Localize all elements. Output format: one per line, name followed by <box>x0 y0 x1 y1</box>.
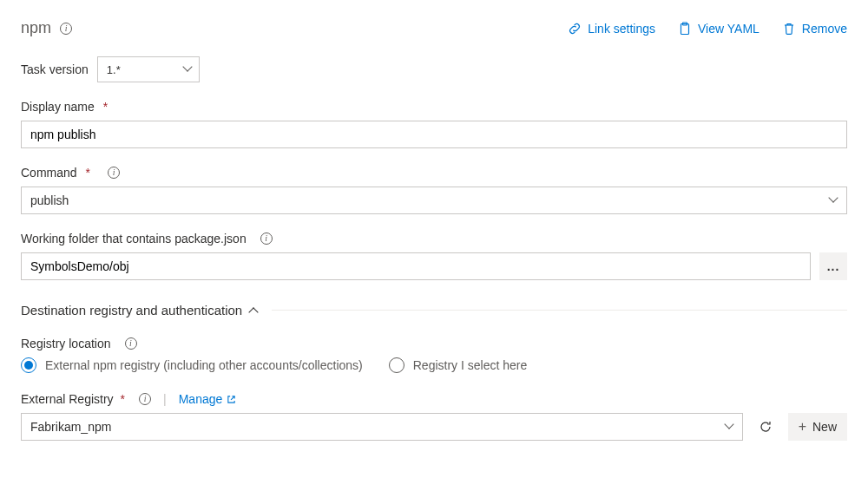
working-folder-input[interactable] <box>21 252 811 280</box>
radio-icon <box>389 357 404 373</box>
refresh-button[interactable] <box>752 413 779 441</box>
command-label: Command <box>21 166 77 180</box>
view-yaml-button[interactable]: View YAML <box>678 22 760 36</box>
radio-external-registry[interactable]: External npm registry (including other a… <box>21 357 363 373</box>
info-icon[interactable]: i <box>125 337 137 350</box>
header: npm i Link settings <box>21 19 847 37</box>
info-icon[interactable]: i <box>108 167 120 179</box>
display-name-input[interactable] <box>21 121 847 148</box>
section-title: Destination registry and authentication <box>21 303 242 318</box>
registry-location-radio-group: External npm registry (including other a… <box>21 357 847 373</box>
external-registry-label: External Registry <box>21 392 114 406</box>
clipboard-icon <box>678 22 692 36</box>
chevron-down-icon <box>183 65 192 74</box>
display-name-label: Display name <box>21 100 95 114</box>
section-header[interactable]: Destination registry and authentication <box>21 303 847 318</box>
header-actions: Link settings View YAML <box>568 22 847 36</box>
manage-link[interactable]: Manage <box>179 392 237 406</box>
info-icon[interactable]: i <box>60 23 72 35</box>
radio-icon <box>21 357 36 373</box>
plus-icon: + <box>799 420 806 434</box>
required-indicator: * <box>103 100 108 114</box>
info-icon[interactable]: i <box>260 232 273 245</box>
registry-location-label: Registry location <box>21 337 111 350</box>
required-indicator: * <box>86 166 90 180</box>
info-icon[interactable]: i <box>139 393 151 405</box>
radio-registry-select-here[interactable]: Registry I select here <box>389 357 528 373</box>
trash-icon <box>782 22 796 36</box>
chevron-down-icon <box>829 196 838 205</box>
divider <box>272 310 847 311</box>
remove-button[interactable]: Remove <box>782 22 847 36</box>
browse-button[interactable]: ... <box>819 252 847 280</box>
chevron-down-icon <box>725 422 733 431</box>
new-button[interactable]: + New <box>788 413 847 441</box>
command-select[interactable]: publish <box>21 187 847 214</box>
chevron-up-icon <box>249 305 260 316</box>
link-icon <box>568 22 582 36</box>
task-version-label: Task version <box>21 62 89 76</box>
separator: | <box>163 392 167 406</box>
required-indicator: * <box>121 392 125 406</box>
refresh-icon <box>759 420 773 434</box>
page-title: npm <box>21 19 51 37</box>
external-registry-select[interactable]: Fabrikam_npm <box>21 413 743 441</box>
working-folder-label: Working folder that contains package.jso… <box>21 232 247 245</box>
task-version-select[interactable]: 1.* <box>97 56 200 82</box>
link-settings-button[interactable]: Link settings <box>568 22 655 36</box>
open-external-icon <box>227 395 236 404</box>
